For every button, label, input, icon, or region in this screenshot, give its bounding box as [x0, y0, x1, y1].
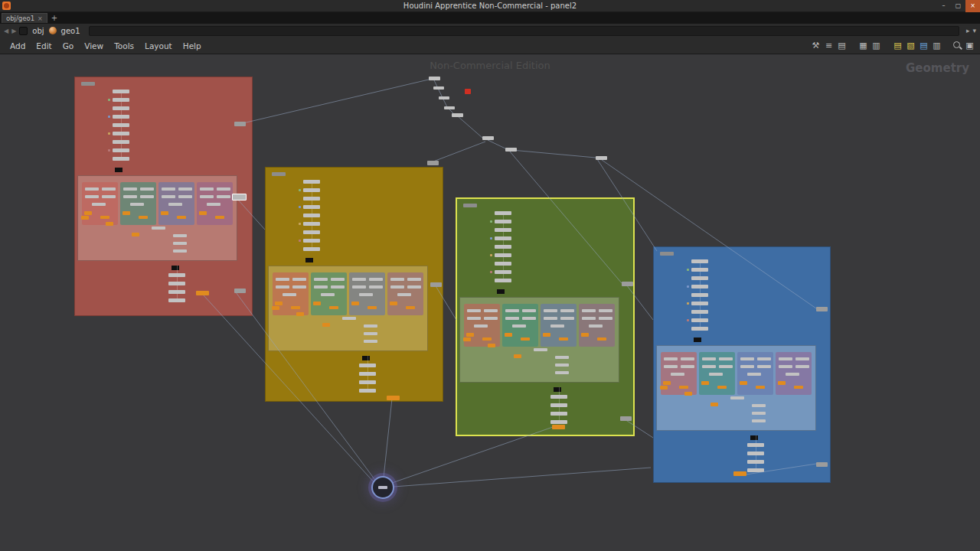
geometry-node-icon: [49, 27, 57, 34]
free-node[interactable]: [429, 77, 440, 80]
title-bar: Houdini Apprentice Non-Commercial - pane…: [0, 0, 980, 12]
pathbar-menu-icon[interactable]: ▾: [972, 27, 976, 34]
edge-node[interactable]: [234, 122, 246, 126]
search-icon[interactable]: [952, 41, 962, 51]
menu-help[interactable]: Help: [178, 41, 207, 51]
free-node[interactable]: [444, 106, 455, 109]
pane-tab-bar: obj/geo1 × +: [0, 12, 980, 24]
menu-bar: Add Edit Go View Tools Layout Help ⚒ ≡ ▤…: [0, 37, 980, 54]
notes-icon[interactable]: ▤: [836, 41, 848, 51]
menu-go[interactable]: Go: [57, 41, 80, 51]
maximize-button[interactable]: ▢: [951, 0, 965, 12]
breadcrumb-obj[interactable]: obj: [31, 27, 45, 35]
menu-add[interactable]: Add: [5, 41, 31, 51]
doc-pen-icon[interactable]: ▧: [905, 41, 916, 51]
wrench-icon[interactable]: ⚒: [810, 41, 822, 51]
render-node[interactable]: [196, 291, 209, 295]
doc-gray-icon[interactable]: ▥: [931, 41, 942, 51]
doc-blue-icon[interactable]: ▤: [918, 41, 929, 51]
breadcrumb-geo1[interactable]: geo1: [60, 27, 82, 35]
tab-close-icon[interactable]: ×: [38, 15, 43, 22]
menu-view[interactable]: View: [79, 41, 109, 51]
edge-node-highlighted[interactable]: [232, 194, 247, 201]
edge-node[interactable]: [622, 282, 633, 286]
edge-node[interactable]: [816, 307, 828, 311]
frame-all-icon[interactable]: ▣: [964, 41, 975, 51]
free-node[interactable]: [596, 156, 607, 160]
path-bar: ◀ ▶ obj geo1 ▸ ▾: [0, 24, 980, 37]
path-input[interactable]: [89, 26, 959, 36]
edge-node[interactable]: [427, 161, 439, 165]
free-node[interactable]: [482, 136, 494, 140]
menu-layout[interactable]: Layout: [139, 41, 178, 51]
free-node[interactable]: [439, 96, 449, 99]
minimize-button[interactable]: –: [936, 0, 951, 12]
network-tab[interactable]: obj/geo1 ×: [2, 13, 47, 23]
new-tab-button[interactable]: +: [51, 14, 57, 22]
network-type-icon: [19, 27, 28, 35]
window-title: Houdini Apprentice Non-Commercial - pane…: [0, 2, 980, 10]
network-tab-label: obj/geo1: [6, 15, 34, 22]
render-node[interactable]: [733, 471, 746, 476]
layout-grid-icon[interactable]: ▦: [858, 41, 869, 51]
close-button[interactable]: ×: [965, 0, 980, 12]
render-node[interactable]: [552, 425, 565, 429]
render-node[interactable]: [387, 396, 400, 400]
edge-node[interactable]: [816, 462, 828, 467]
free-nodes-layer: [0, 0, 980, 551]
tree-view-icon[interactable]: ≡: [823, 41, 835, 51]
window-controls: – ▢ ×: [936, 0, 980, 12]
warning-flag-icon: [465, 89, 471, 94]
selected-output-node[interactable]: [371, 476, 394, 499]
forward-icon[interactable]: ▶: [11, 28, 16, 34]
network-toolbar: ⚒ ≡ ▤ ▦ ▥ ▤ ▧ ▤ ▥ ▣: [810, 41, 975, 51]
menu-tools[interactable]: Tools: [109, 41, 139, 51]
free-node[interactable]: [452, 113, 463, 117]
free-node[interactable]: [433, 86, 444, 90]
network-editor-canvas[interactable]: Non-Commercial Edition Geometry: [0, 0, 980, 551]
back-icon[interactable]: ◀: [4, 28, 8, 34]
doc-yellow-icon[interactable]: ▤: [892, 41, 903, 51]
free-node[interactable]: [505, 148, 517, 152]
edge-node[interactable]: [234, 289, 246, 293]
pin-pane-icon[interactable]: ▸: [966, 27, 970, 34]
edge-node[interactable]: [430, 282, 442, 287]
edge-node[interactable]: [620, 416, 632, 421]
layout-columns-icon[interactable]: ▥: [871, 41, 882, 51]
menu-edit[interactable]: Edit: [31, 41, 57, 51]
